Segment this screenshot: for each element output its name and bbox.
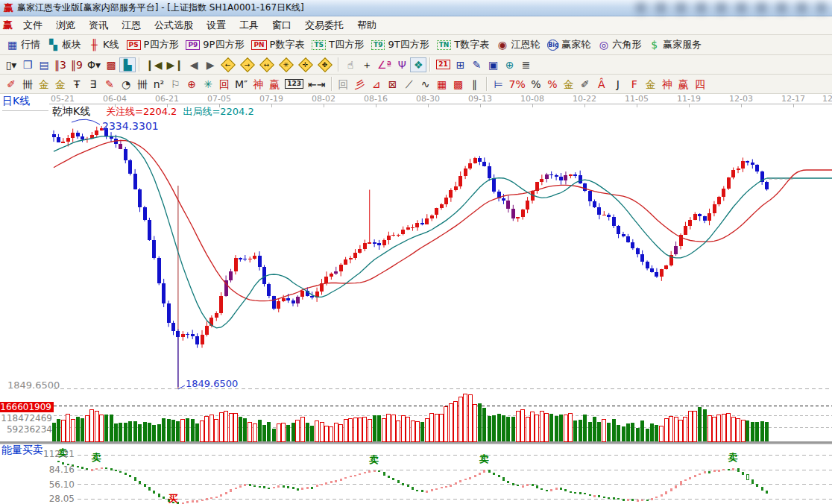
f-ruler-icon[interactable]: Ŧ <box>69 77 85 92</box>
cycle-tool-icon[interactable]: ❖ <box>410 57 426 72</box>
t-number-table-button[interactable]: TNT数字表 <box>433 37 494 53</box>
compress-cross-icon[interactable]: ✛ <box>296 57 315 72</box>
tally-lines-2-icon[interactable]: 卌 <box>134 77 151 92</box>
zoom-out-all-icon[interactable]: ✳ <box>277 57 296 72</box>
percent-7-icon[interactable]: 7% <box>507 77 528 92</box>
nine-p-square-button[interactable]: P99P四方形 <box>182 37 248 53</box>
gold-square-b-icon[interactable]: 金 <box>52 77 69 92</box>
expand-cross-icon[interactable]: ✥ <box>315 57 335 72</box>
menu-settings[interactable]: 设置 <box>200 16 233 34</box>
zigzag-line-icon: ∿ <box>420 79 431 89</box>
menu-trade-entrust[interactable]: 交易委托 <box>298 16 350 34</box>
scroll-left-icon[interactable]: ← <box>218 57 238 72</box>
stretch-horizontal-icon[interactable]: ↔ <box>257 57 277 72</box>
data-download-icon[interactable]: ⊕ <box>502 57 518 72</box>
calculator-icon[interactable]: ⊞ <box>453 57 469 72</box>
grid-fan-box-icon[interactable]: ⊠ <box>385 77 401 92</box>
winner-wheel-button[interactable]: Big赢家轮 <box>543 37 594 53</box>
tri-fan-icon[interactable]: ⊿ <box>368 77 385 92</box>
gold-diag-icon[interactable]: 金 <box>643 77 659 92</box>
draw-pen-icon[interactable]: ✐ <box>3 77 19 92</box>
crosshair-icon[interactable]: ＋ <box>359 57 375 72</box>
shen-line-icon[interactable]: 神 <box>659 77 675 92</box>
wave-mark-icon[interactable]: M″ <box>233 77 250 92</box>
shen-tool-icon[interactable]: 神 <box>250 77 266 92</box>
last-bar-icon[interactable]: ▶❙ <box>165 57 186 72</box>
tally-lines-icon[interactable]: 卌 <box>19 77 36 92</box>
menu-news[interactable]: 资讯 <box>82 16 115 34</box>
info-panel-icon[interactable]: ▤ <box>36 57 52 72</box>
bars-9-icon[interactable]: ‖9 <box>69 57 85 72</box>
winner-service-button[interactable]: $赢家服务 <box>645 37 705 53</box>
zoom-window-icon[interactable]: ❒ <box>19 57 36 72</box>
bars-3-icon[interactable]: ‖3 <box>52 57 69 72</box>
titlebar: 赢 赢家江恩专业版[赢家内部服务平台] - [上证指数 SH1A0001-167… <box>0 0 832 16</box>
menu-window[interactable]: 窗口 <box>265 16 298 34</box>
spider-web-icon[interactable]: ✳ <box>200 77 216 92</box>
calendar-21-icon[interactable]: 21 <box>434 57 453 72</box>
menu-help[interactable]: 帮助 <box>350 16 383 34</box>
save-icon[interactable]: ▣ <box>485 57 502 72</box>
p-square-button[interactable]: PSP四方形 <box>123 37 183 53</box>
time-circle-icon[interactable]: ◔ <box>118 77 134 92</box>
gann-box-tool-icon[interactable]: Ψ <box>394 57 410 72</box>
gold-circle-icon[interactable]: 金 <box>561 77 577 92</box>
compass-tool-icon[interactable]: ⊕ <box>183 77 200 92</box>
next-bar-icon[interactable]: ▶ <box>202 57 218 72</box>
parallel-lines-icon[interactable]: ∥ <box>467 77 483 92</box>
win-line-icon[interactable]: 赢 <box>675 77 692 92</box>
hexagon-button[interactable]: ◎六角形 <box>594 37 645 53</box>
bars-3-icon: ‖3 <box>54 60 66 70</box>
n-squared-icon[interactable]: n² <box>151 77 167 92</box>
red-grid-b-icon[interactable]: ▩ <box>450 77 467 92</box>
nine-t-square-button[interactable]: T99T四方形 <box>368 37 433 53</box>
prev-bar-icon[interactable]: ◀ <box>186 57 202 72</box>
ruler-123-icon[interactable]: 123 <box>283 77 306 92</box>
level-meter-icon[interactable]: ⊨ <box>491 77 507 92</box>
ink-brush-icon[interactable]: ✐ <box>577 77 593 92</box>
win-tool-icon[interactable]: 赢 <box>266 77 283 92</box>
sectors-button[interactable]: ▚板块 <box>44 37 85 53</box>
menu-gann[interactable]: 江恩 <box>115 16 148 34</box>
notes-icon[interactable]: ✎ <box>469 57 485 72</box>
frame-grid-icon[interactable]: 回 <box>335 77 352 92</box>
percent-line-icon[interactable]: % <box>544 77 561 92</box>
first-bar-icon[interactable]: ❙◀ <box>143 57 165 72</box>
flag-tool-icon[interactable]: ⚐ <box>167 77 183 92</box>
single-candle-dropdown-icon[interactable]: Φ▾ <box>85 57 103 72</box>
angle-tool-icon[interactable]: ∠ª <box>375 57 394 72</box>
menu-file[interactable]: 文件 <box>16 16 49 34</box>
t-square-button[interactable]: TST四方形 <box>308 37 368 53</box>
menu-formula-stock-picker[interactable]: 公式选股 <box>148 16 200 34</box>
span-arrows-icon[interactable]: ⇤⇥ <box>306 77 327 92</box>
ray-fan-icon[interactable]: 彡 <box>352 77 368 92</box>
j-line-icon[interactable]: J <box>610 77 626 92</box>
draw-pen-2-icon[interactable]: ✎ <box>101 77 118 92</box>
zigzag-line-icon[interactable]: ∿ <box>417 77 434 92</box>
gann-wheel-button[interactable]: ◉江恩轮 <box>493 37 543 53</box>
target-grid-icon[interactable]: 回 <box>216 77 233 92</box>
volume-profile-icon[interactable]: ▙ <box>119 57 136 72</box>
menu-tools[interactable]: 工具 <box>233 16 265 34</box>
spiral-tool-icon[interactable]: ∃ <box>85 77 101 92</box>
pan-hand-icon[interactable]: ☝ <box>342 57 359 72</box>
red-grid-a-icon[interactable]: ▦ <box>434 77 450 92</box>
winner-wheel-icon: Big <box>547 40 558 51</box>
draw-pen-2-icon: ✎ <box>104 79 116 89</box>
p-number-table-button[interactable]: PNP数字表 <box>248 37 308 53</box>
wave-a-icon[interactable]: Â <box>593 77 610 92</box>
gold-diag-icon: 金 <box>645 79 656 89</box>
pattern-box-icon[interactable]: ▩ <box>103 57 119 72</box>
scroll-right-icon[interactable]: → <box>238 57 257 72</box>
gold-square-a-icon[interactable]: 金 <box>36 77 52 92</box>
f-line-icon[interactable]: F <box>626 77 643 92</box>
kline-style-dropdown-icon[interactable]: ▯▾ <box>3 57 19 72</box>
date-tick-label: 07-19 <box>259 94 283 104</box>
menu-browse[interactable]: 浏览 <box>49 16 82 34</box>
trend-line-icon[interactable]: ⟋ <box>401 77 417 92</box>
percent-icon[interactable]: % <box>528 77 544 92</box>
kline-button[interactable]: ╫K线 <box>85 37 123 53</box>
four-line-icon[interactable]: 四 <box>692 77 708 92</box>
quotes-button[interactable]: ▦行情 <box>3 37 44 53</box>
print-icon[interactable]: ≣ <box>518 57 535 72</box>
